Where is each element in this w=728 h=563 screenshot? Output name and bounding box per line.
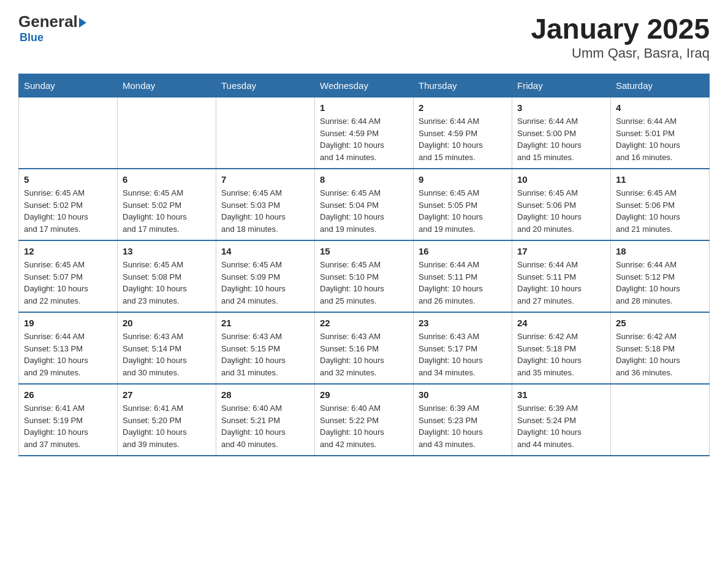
- day-info: Sunrise: 6:45 AM Sunset: 5:10 PM Dayligh…: [320, 259, 408, 307]
- day-info: Sunrise: 6:45 AM Sunset: 5:03 PM Dayligh…: [221, 187, 309, 235]
- day-number: 19: [24, 318, 112, 328]
- calendar-cell: 5Sunrise: 6:45 AM Sunset: 5:02 PM Daylig…: [19, 169, 118, 240]
- calendar-cell: 30Sunrise: 6:39 AM Sunset: 5:23 PM Dayli…: [414, 384, 512, 456]
- day-number: 13: [123, 246, 211, 256]
- calendar-cell: 23Sunrise: 6:43 AM Sunset: 5:17 PM Dayli…: [414, 312, 512, 384]
- calendar-cell: 7Sunrise: 6:45 AM Sunset: 5:03 PM Daylig…: [216, 169, 315, 240]
- day-number: 12: [24, 246, 112, 256]
- calendar-week-row: 12Sunrise: 6:45 AM Sunset: 5:07 PM Dayli…: [19, 240, 710, 312]
- day-info: Sunrise: 6:44 AM Sunset: 4:59 PM Dayligh…: [419, 115, 507, 163]
- calendar-week-row: 5Sunrise: 6:45 AM Sunset: 5:02 PM Daylig…: [19, 169, 710, 240]
- calendar-cell: 21Sunrise: 6:43 AM Sunset: 5:15 PM Dayli…: [216, 312, 315, 384]
- logo: General Blue: [18, 12, 86, 44]
- day-info: Sunrise: 6:44 AM Sunset: 4:59 PM Dayligh…: [320, 115, 408, 163]
- header-friday: Friday: [512, 74, 611, 98]
- calendar-week-row: 1Sunrise: 6:44 AM Sunset: 4:59 PM Daylig…: [19, 98, 710, 169]
- day-number: 5: [24, 174, 112, 185]
- calendar-cell: 9Sunrise: 6:45 AM Sunset: 5:05 PM Daylig…: [414, 169, 512, 240]
- day-number: 15: [320, 246, 408, 256]
- day-info: Sunrise: 6:45 AM Sunset: 5:04 PM Dayligh…: [320, 187, 408, 235]
- day-info: Sunrise: 6:43 AM Sunset: 5:14 PM Dayligh…: [123, 331, 211, 378]
- day-number: 9: [419, 174, 507, 185]
- calendar-table: SundayMondayTuesdayWednesdayThursdayFrid…: [18, 74, 710, 456]
- day-info: Sunrise: 6:39 AM Sunset: 5:24 PM Dayligh…: [517, 402, 605, 450]
- day-number: 30: [419, 389, 507, 400]
- day-number: 8: [320, 174, 408, 185]
- day-info: Sunrise: 6:44 AM Sunset: 5:13 PM Dayligh…: [24, 331, 112, 378]
- day-info: Sunrise: 6:44 AM Sunset: 5:11 PM Dayligh…: [419, 259, 507, 307]
- calendar-cell: [611, 384, 710, 456]
- calendar-cell: 14Sunrise: 6:45 AM Sunset: 5:09 PM Dayli…: [216, 240, 315, 312]
- day-info: Sunrise: 6:43 AM Sunset: 5:17 PM Dayligh…: [419, 331, 507, 378]
- header-monday: Monday: [118, 74, 216, 98]
- day-number: 7: [221, 174, 309, 185]
- day-info: Sunrise: 6:45 AM Sunset: 5:06 PM Dayligh…: [616, 187, 704, 235]
- day-number: 27: [123, 389, 211, 400]
- day-number: 26: [24, 389, 112, 400]
- day-info: Sunrise: 6:45 AM Sunset: 5:02 PM Dayligh…: [24, 187, 112, 235]
- calendar-week-row: 19Sunrise: 6:44 AM Sunset: 5:13 PM Dayli…: [19, 312, 710, 384]
- day-info: Sunrise: 6:45 AM Sunset: 5:06 PM Dayligh…: [517, 187, 605, 235]
- day-info: Sunrise: 6:45 AM Sunset: 5:02 PM Dayligh…: [123, 187, 211, 235]
- day-number: 11: [616, 174, 704, 185]
- calendar-cell: 20Sunrise: 6:43 AM Sunset: 5:14 PM Dayli…: [118, 312, 216, 384]
- day-info: Sunrise: 6:40 AM Sunset: 5:21 PM Dayligh…: [221, 402, 309, 450]
- day-number: 10: [517, 174, 605, 185]
- logo-blue: Blue: [20, 31, 44, 44]
- day-info: Sunrise: 6:45 AM Sunset: 5:07 PM Dayligh…: [24, 259, 112, 307]
- calendar-cell: 11Sunrise: 6:45 AM Sunset: 5:06 PM Dayli…: [611, 169, 710, 240]
- calendar-cell: 19Sunrise: 6:44 AM Sunset: 5:13 PM Dayli…: [19, 312, 118, 384]
- header-saturday: Saturday: [611, 74, 710, 98]
- logo-general: General: [18, 12, 78, 31]
- day-number: 31: [517, 389, 605, 400]
- calendar-cell: 17Sunrise: 6:44 AM Sunset: 5:11 PM Dayli…: [512, 240, 611, 312]
- day-info: Sunrise: 6:44 AM Sunset: 5:11 PM Dayligh…: [517, 259, 605, 307]
- calendar-subtitle: Umm Qasr, Basra, Iraq: [531, 45, 710, 61]
- header-wednesday: Wednesday: [315, 74, 414, 98]
- day-info: Sunrise: 6:43 AM Sunset: 5:15 PM Dayligh…: [221, 331, 309, 378]
- day-info: Sunrise: 6:44 AM Sunset: 5:01 PM Dayligh…: [616, 115, 704, 163]
- day-info: Sunrise: 6:44 AM Sunset: 5:12 PM Dayligh…: [616, 259, 704, 307]
- calendar-cell: 13Sunrise: 6:45 AM Sunset: 5:08 PM Dayli…: [118, 240, 216, 312]
- calendar-cell: 4Sunrise: 6:44 AM Sunset: 5:01 PM Daylig…: [611, 98, 710, 169]
- day-number: 23: [419, 318, 507, 328]
- day-number: 29: [320, 389, 408, 400]
- calendar-cell: 6Sunrise: 6:45 AM Sunset: 5:02 PM Daylig…: [118, 169, 216, 240]
- day-info: Sunrise: 6:43 AM Sunset: 5:16 PM Dayligh…: [320, 331, 408, 378]
- header-sunday: Sunday: [19, 74, 118, 98]
- day-info: Sunrise: 6:45 AM Sunset: 5:08 PM Dayligh…: [123, 259, 211, 307]
- calendar-cell: 16Sunrise: 6:44 AM Sunset: 5:11 PM Dayli…: [414, 240, 512, 312]
- day-info: Sunrise: 6:42 AM Sunset: 5:18 PM Dayligh…: [517, 331, 605, 378]
- calendar-cell: 29Sunrise: 6:40 AM Sunset: 5:22 PM Dayli…: [315, 384, 414, 456]
- calendar-cell: 24Sunrise: 6:42 AM Sunset: 5:18 PM Dayli…: [512, 312, 611, 384]
- day-number: 16: [419, 246, 507, 256]
- day-info: Sunrise: 6:44 AM Sunset: 5:00 PM Dayligh…: [517, 115, 605, 163]
- calendar-cell: 25Sunrise: 6:42 AM Sunset: 5:18 PM Dayli…: [611, 312, 710, 384]
- calendar-cell: 15Sunrise: 6:45 AM Sunset: 5:10 PM Dayli…: [315, 240, 414, 312]
- logo-arrow-icon: [79, 18, 86, 28]
- calendar-cell: 1Sunrise: 6:44 AM Sunset: 4:59 PM Daylig…: [315, 98, 414, 169]
- day-number: 1: [320, 102, 408, 113]
- calendar-cell: 22Sunrise: 6:43 AM Sunset: 5:16 PM Dayli…: [315, 312, 414, 384]
- day-number: 6: [123, 174, 211, 185]
- day-number: 18: [616, 246, 704, 256]
- day-info: Sunrise: 6:45 AM Sunset: 5:05 PM Dayligh…: [419, 187, 507, 235]
- day-info: Sunrise: 6:45 AM Sunset: 5:09 PM Dayligh…: [221, 259, 309, 307]
- day-info: Sunrise: 6:42 AM Sunset: 5:18 PM Dayligh…: [616, 331, 704, 378]
- calendar-cell: 26Sunrise: 6:41 AM Sunset: 5:19 PM Dayli…: [19, 384, 118, 456]
- day-number: 2: [419, 102, 507, 113]
- page-header: General Blue January 2025 Umm Qasr, Basr…: [18, 12, 710, 61]
- day-info: Sunrise: 6:41 AM Sunset: 5:20 PM Dayligh…: [123, 402, 211, 450]
- day-number: 3: [517, 102, 605, 113]
- day-number: 22: [320, 318, 408, 328]
- calendar-header-row: SundayMondayTuesdayWednesdayThursdayFrid…: [19, 74, 710, 98]
- calendar-cell: [19, 98, 118, 169]
- day-number: 14: [221, 246, 309, 256]
- calendar-cell: 10Sunrise: 6:45 AM Sunset: 5:06 PM Dayli…: [512, 169, 611, 240]
- header-thursday: Thursday: [414, 74, 512, 98]
- day-info: Sunrise: 6:40 AM Sunset: 5:22 PM Dayligh…: [320, 402, 408, 450]
- calendar-cell: 27Sunrise: 6:41 AM Sunset: 5:20 PM Dayli…: [118, 384, 216, 456]
- calendar-cell: 31Sunrise: 6:39 AM Sunset: 5:24 PM Dayli…: [512, 384, 611, 456]
- header-tuesday: Tuesday: [216, 74, 315, 98]
- calendar-cell: 28Sunrise: 6:40 AM Sunset: 5:21 PM Dayli…: [216, 384, 315, 456]
